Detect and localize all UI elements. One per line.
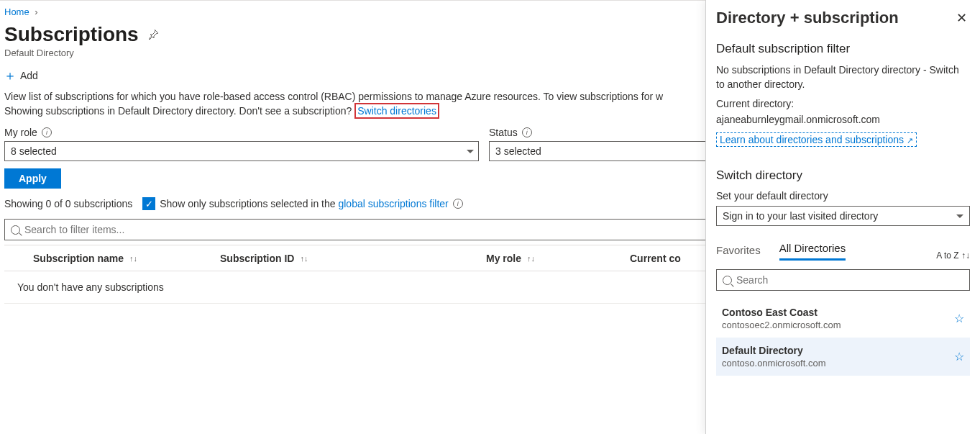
directory-search-input[interactable] — [736, 274, 963, 286]
directory-search[interactable] — [716, 269, 970, 291]
chevron-right-icon: › — [32, 6, 40, 17]
star-icon[interactable]: ☆ — [954, 350, 964, 363]
directory-name: Default Directory — [722, 345, 826, 356]
add-button[interactable]: ＋ Add — [4, 70, 38, 81]
filter-heading: Default subscription filter — [716, 42, 970, 56]
chevron-down-icon — [956, 214, 963, 218]
switch-heading: Switch directory — [716, 168, 970, 183]
show-only-label: Show only subscriptions selected in the … — [160, 198, 449, 209]
directory-name: Contoso East Coast — [722, 307, 841, 318]
my-role-label: My role — [4, 127, 37, 138]
current-dir: ajaneaburnleygmail.onmicrosoft.com — [716, 113, 970, 127]
my-role-dropdown[interactable]: 8 selected — [4, 141, 479, 161]
default-directory-dropdown[interactable]: Sign in to your last visited directory — [716, 206, 970, 226]
directory-domain: contoso.onmicrosoft.com — [722, 358, 826, 369]
filter-msg: No subscriptions in Default Directory di… — [716, 63, 970, 91]
col-subscription-id[interactable]: Subscription ID ↑↓ — [220, 253, 486, 264]
breadcrumb-home[interactable]: Home — [4, 6, 29, 17]
info-icon[interactable]: i — [522, 127, 532, 137]
search-icon — [11, 225, 20, 235]
learn-link[interactable]: Learn about directories and subscription… — [716, 132, 917, 147]
tab-favorites[interactable]: Favorites — [716, 244, 761, 261]
col-subscription-name[interactable]: Subscription name ↑↓ — [33, 253, 220, 264]
directory-item[interactable]: Contoso East Coastcontosoec2.onmicrosoft… — [716, 299, 970, 338]
directory-item[interactable]: Default Directorycontoso.onmicrosoft.com… — [716, 338, 970, 376]
sort-icon: ↑↓ — [527, 254, 535, 263]
chevron-down-icon — [467, 150, 474, 153]
global-filter-link[interactable]: global subscriptions filter — [338, 198, 448, 209]
page-title: Subscriptions — [4, 23, 139, 46]
current-dir-label: Current directory: — [716, 97, 970, 112]
close-icon[interactable]: ✕ — [953, 7, 970, 29]
show-only-checkbox[interactable]: ✓ — [142, 197, 155, 210]
my-role-value: 8 selected — [11, 145, 57, 157]
add-label: Add — [20, 70, 38, 81]
default-dir-label: Set your default directory — [716, 190, 970, 202]
status-value: 3 selected — [495, 145, 541, 157]
tab-all-directories[interactable]: All Directories — [779, 242, 846, 261]
result-count: Showing 0 of 0 subscriptions — [4, 198, 132, 209]
search-icon — [723, 276, 732, 285]
switch-directories-link[interactable]: Switch directories — [357, 105, 436, 117]
directory-subscription-panel: Directory + subscription ✕ Default subsc… — [705, 0, 980, 434]
info-icon[interactable]: i — [453, 199, 463, 209]
apply-button[interactable]: Apply — [4, 168, 61, 189]
col-my-role[interactable]: My role ↑↓ — [486, 253, 630, 264]
sort-toggle[interactable]: A to Z ↑↓ — [936, 250, 970, 261]
directory-domain: contosoec2.onmicrosoft.com — [722, 320, 841, 330]
default-dir-value: Sign in to your last visited directory — [723, 210, 878, 222]
sort-icon: ↑↓ — [129, 254, 137, 263]
status-label: Status — [489, 127, 518, 138]
info-icon[interactable]: i — [42, 127, 52, 137]
plus-icon: ＋ — [4, 70, 16, 81]
panel-title: Directory + subscription — [716, 9, 899, 27]
sort-icon: ↑↓ — [300, 254, 308, 263]
pin-icon[interactable] — [147, 29, 159, 40]
star-icon[interactable]: ☆ — [954, 312, 964, 325]
